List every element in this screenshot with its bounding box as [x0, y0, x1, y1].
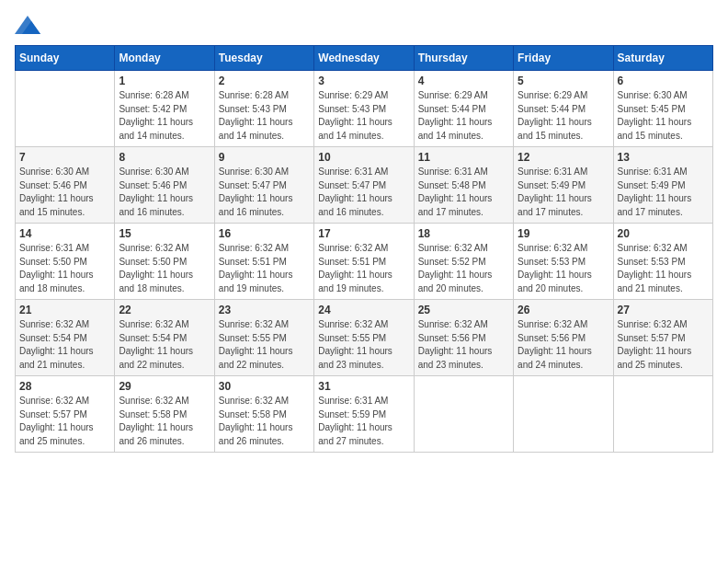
header-cell-thursday: Thursday — [414, 46, 513, 71]
day-info: Sunrise: 6:32 AM Sunset: 5:51 PM Dayligh… — [219, 242, 310, 295]
calendar-header: SundayMondayTuesdayWednesdayThursdayFrid… — [16, 46, 713, 71]
day-cell: 12Sunrise: 6:31 AM Sunset: 5:49 PM Dayli… — [514, 147, 613, 224]
day-cell: 16Sunrise: 6:32 AM Sunset: 5:51 PM Dayli… — [214, 224, 313, 300]
day-cell: 5Sunrise: 6:29 AM Sunset: 5:44 PM Daylig… — [514, 71, 613, 147]
day-cell: 11Sunrise: 6:31 AM Sunset: 5:48 PM Dayli… — [414, 147, 513, 224]
day-cell: 21Sunrise: 6:32 AM Sunset: 5:54 PM Dayli… — [16, 300, 115, 376]
day-number: 7 — [19, 151, 110, 164]
day-info: Sunrise: 6:31 AM Sunset: 5:48 PM Dayligh… — [418, 166, 509, 219]
day-info: Sunrise: 6:32 AM Sunset: 5:53 PM Dayligh… — [518, 242, 609, 295]
header-cell-monday: Monday — [115, 46, 214, 71]
header-cell-tuesday: Tuesday — [214, 46, 313, 71]
week-row-5: 28Sunrise: 6:32 AM Sunset: 5:57 PM Dayli… — [16, 376, 713, 453]
day-cell — [514, 376, 613, 453]
day-info: Sunrise: 6:31 AM Sunset: 5:50 PM Dayligh… — [19, 242, 110, 295]
day-number: 20 — [618, 227, 709, 240]
day-cell: 25Sunrise: 6:32 AM Sunset: 5:56 PM Dayli… — [414, 300, 513, 376]
day-info: Sunrise: 6:29 AM Sunset: 5:44 PM Dayligh… — [518, 89, 609, 143]
day-cell: 26Sunrise: 6:32 AM Sunset: 5:56 PM Dayli… — [514, 300, 613, 376]
logo — [15, 15, 44, 34]
day-cell: 31Sunrise: 6:31 AM Sunset: 5:59 PM Dayli… — [314, 376, 414, 453]
day-number: 3 — [318, 75, 409, 87]
day-info: Sunrise: 6:32 AM Sunset: 5:54 PM Dayligh… — [119, 318, 210, 372]
day-info: Sunrise: 6:30 AM Sunset: 5:46 PM Dayligh… — [19, 166, 110, 219]
day-number: 8 — [119, 151, 210, 164]
day-number: 18 — [418, 227, 509, 240]
day-cell: 18Sunrise: 6:32 AM Sunset: 5:52 PM Dayli… — [414, 224, 513, 300]
day-info: Sunrise: 6:32 AM Sunset: 5:57 PM Dayligh… — [19, 395, 110, 448]
day-number: 17 — [318, 227, 409, 240]
day-info: Sunrise: 6:32 AM Sunset: 5:57 PM Dayligh… — [618, 318, 709, 372]
day-cell: 9Sunrise: 6:30 AM Sunset: 5:47 PM Daylig… — [214, 147, 313, 224]
week-row-2: 7Sunrise: 6:30 AM Sunset: 5:46 PM Daylig… — [16, 147, 713, 224]
day-number: 13 — [618, 151, 709, 164]
day-info: Sunrise: 6:32 AM Sunset: 5:55 PM Dayligh… — [219, 318, 310, 372]
day-number: 14 — [19, 227, 110, 240]
header-cell-sunday: Sunday — [16, 46, 115, 71]
day-number: 19 — [518, 227, 609, 240]
day-number: 12 — [518, 151, 609, 164]
day-cell: 23Sunrise: 6:32 AM Sunset: 5:55 PM Dayli… — [214, 300, 313, 376]
day-info: Sunrise: 6:32 AM Sunset: 5:50 PM Dayligh… — [119, 242, 210, 295]
day-info: Sunrise: 6:32 AM Sunset: 5:54 PM Dayligh… — [19, 318, 110, 372]
week-row-4: 21Sunrise: 6:32 AM Sunset: 5:54 PM Dayli… — [16, 300, 713, 376]
header-cell-friday: Friday — [514, 46, 613, 71]
day-cell — [414, 376, 513, 453]
day-number: 22 — [119, 304, 210, 316]
day-number: 27 — [618, 304, 709, 316]
header — [15, 15, 713, 34]
day-cell: 7Sunrise: 6:30 AM Sunset: 5:46 PM Daylig… — [16, 147, 115, 224]
day-number: 21 — [19, 304, 110, 316]
day-info: Sunrise: 6:29 AM Sunset: 5:43 PM Dayligh… — [318, 89, 409, 143]
day-number: 25 — [418, 304, 509, 316]
day-cell: 22Sunrise: 6:32 AM Sunset: 5:54 PM Dayli… — [115, 300, 214, 376]
day-cell: 28Sunrise: 6:32 AM Sunset: 5:57 PM Dayli… — [16, 376, 115, 453]
day-number: 9 — [219, 151, 310, 164]
calendar-table: SundayMondayTuesdayWednesdayThursdayFrid… — [15, 45, 713, 453]
day-info: Sunrise: 6:31 AM Sunset: 5:47 PM Dayligh… — [318, 166, 409, 219]
day-number: 2 — [219, 75, 310, 87]
day-info: Sunrise: 6:31 AM Sunset: 5:49 PM Dayligh… — [518, 166, 609, 219]
day-info: Sunrise: 6:32 AM Sunset: 5:55 PM Dayligh… — [318, 318, 409, 372]
day-cell: 15Sunrise: 6:32 AM Sunset: 5:50 PM Dayli… — [115, 224, 214, 300]
day-info: Sunrise: 6:28 AM Sunset: 5:43 PM Dayligh… — [219, 89, 310, 143]
day-cell: 30Sunrise: 6:32 AM Sunset: 5:58 PM Dayli… — [214, 376, 313, 453]
day-number: 11 — [418, 151, 509, 164]
day-info: Sunrise: 6:32 AM Sunset: 5:58 PM Dayligh… — [119, 395, 210, 448]
day-info: Sunrise: 6:30 AM Sunset: 5:47 PM Dayligh… — [219, 166, 310, 219]
day-cell: 14Sunrise: 6:31 AM Sunset: 5:50 PM Dayli… — [16, 224, 115, 300]
day-info: Sunrise: 6:30 AM Sunset: 5:45 PM Dayligh… — [618, 89, 709, 143]
calendar-body: 1Sunrise: 6:28 AM Sunset: 5:42 PM Daylig… — [16, 71, 713, 453]
day-number: 15 — [119, 227, 210, 240]
day-cell: 24Sunrise: 6:32 AM Sunset: 5:55 PM Dayli… — [314, 300, 414, 376]
day-info: Sunrise: 6:28 AM Sunset: 5:42 PM Dayligh… — [119, 89, 210, 143]
day-number: 30 — [219, 380, 310, 393]
day-number: 31 — [318, 380, 409, 393]
day-cell: 17Sunrise: 6:32 AM Sunset: 5:51 PM Dayli… — [314, 224, 414, 300]
day-number: 5 — [518, 75, 609, 87]
day-info: Sunrise: 6:32 AM Sunset: 5:56 PM Dayligh… — [518, 318, 609, 372]
week-row-3: 14Sunrise: 6:31 AM Sunset: 5:50 PM Dayli… — [16, 224, 713, 300]
day-number: 4 — [418, 75, 509, 87]
day-cell — [16, 71, 115, 147]
day-number: 23 — [219, 304, 310, 316]
day-number: 28 — [19, 380, 110, 393]
day-info: Sunrise: 6:32 AM Sunset: 5:51 PM Dayligh… — [318, 242, 409, 295]
day-cell: 3Sunrise: 6:29 AM Sunset: 5:43 PM Daylig… — [314, 71, 414, 147]
day-number: 1 — [119, 75, 210, 87]
day-info: Sunrise: 6:30 AM Sunset: 5:46 PM Dayligh… — [119, 166, 210, 219]
day-info: Sunrise: 6:29 AM Sunset: 5:44 PM Dayligh… — [418, 89, 509, 143]
day-info: Sunrise: 6:32 AM Sunset: 5:52 PM Dayligh… — [418, 242, 509, 295]
day-cell: 8Sunrise: 6:30 AM Sunset: 5:46 PM Daylig… — [115, 147, 214, 224]
day-cell: 6Sunrise: 6:30 AM Sunset: 5:45 PM Daylig… — [613, 71, 712, 147]
day-info: Sunrise: 6:32 AM Sunset: 5:56 PM Dayligh… — [418, 318, 509, 372]
header-cell-wednesday: Wednesday — [314, 46, 414, 71]
day-cell: 27Sunrise: 6:32 AM Sunset: 5:57 PM Dayli… — [613, 300, 712, 376]
day-cell: 10Sunrise: 6:31 AM Sunset: 5:47 PM Dayli… — [314, 147, 414, 224]
day-cell: 1Sunrise: 6:28 AM Sunset: 5:42 PM Daylig… — [115, 71, 214, 147]
day-cell: 2Sunrise: 6:28 AM Sunset: 5:43 PM Daylig… — [214, 71, 313, 147]
day-number: 10 — [318, 151, 409, 164]
logo-icon — [15, 16, 40, 34]
day-number: 6 — [618, 75, 709, 87]
week-row-1: 1Sunrise: 6:28 AM Sunset: 5:42 PM Daylig… — [16, 71, 713, 147]
